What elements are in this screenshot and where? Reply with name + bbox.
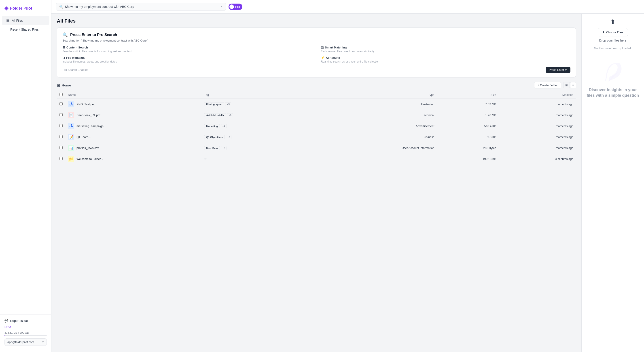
- row-modified-1: moments ago: [499, 110, 576, 121]
- table-row[interactable]: 📝 Q1 Team... Q1 Objectives+6 Business 9.…: [57, 132, 576, 143]
- row-size-5: 190.18 KB: [437, 154, 499, 164]
- file-icon-3: 📝: [68, 134, 74, 140]
- table-row[interactable]: 🏞 marketing+campaign. Marketing+4 Advert…: [57, 121, 576, 132]
- col-tag: Tag: [202, 91, 313, 99]
- search-clear-button[interactable]: ×: [220, 5, 222, 9]
- app-logo: ◈ Folder Pilot: [0, 3, 51, 16]
- choose-files-label: Choose Files: [606, 31, 623, 34]
- grid-view-button[interactable]: ⊞: [563, 82, 570, 88]
- table-row[interactable]: 📄 DeepSeek_R1.pdf Artificial Intellir+6 …: [57, 110, 576, 121]
- pro-toggle[interactable]: Pro: [228, 3, 242, 10]
- tag-badge-0: Photographer: [204, 102, 224, 106]
- files-icon: ▣: [6, 18, 10, 22]
- banner-features: ☰ Content Search Searches within file co…: [62, 46, 570, 63]
- file-icon-5: 📁: [68, 156, 74, 162]
- col-type: Type: [313, 91, 437, 99]
- row-name-1: 📄 DeepSeek_R1.pdf: [65, 110, 202, 121]
- choose-files-upload-icon: ⬆: [602, 31, 605, 34]
- row-name-4: 📊 profiles_rows.csv: [65, 143, 202, 154]
- file-icon-1: 📄: [68, 112, 74, 118]
- sidebar-item-all-files[interactable]: ▣ All Files: [2, 16, 50, 25]
- file-section: All Files 🔍 Press Enter to Pro Search Se…: [52, 14, 582, 352]
- feature-content-desc: Searches within file contents for matchi…: [62, 50, 312, 53]
- file-table: Name Tag Type Size Modified 🏞 PNG_Test.p…: [57, 91, 576, 164]
- tag-badge-2: Marketing: [204, 124, 220, 128]
- drop-text: Drop your files here: [599, 39, 626, 42]
- toggle-circle: [230, 4, 234, 9]
- feature-smart-title: ◫ Smart Matching: [321, 46, 570, 49]
- tag-plus-2: +4: [221, 124, 227, 128]
- search-input[interactable]: [65, 5, 219, 8]
- row-name-0: 🏞 PNG_Test.png: [65, 99, 202, 110]
- row-tag-3: Q1 Objectives+6: [202, 132, 313, 143]
- storage-section: 373.61 MB / 200 GB: [4, 331, 47, 336]
- feather-icon: [602, 61, 624, 84]
- select-all-checkbox[interactable]: [60, 93, 62, 96]
- app-name: Folder Pilot: [10, 6, 32, 11]
- row-modified-5: 3 minutes ago: [499, 154, 576, 164]
- row-type-0: Illustration: [313, 99, 437, 110]
- ai-results-icon: ⚡: [321, 56, 324, 59]
- tag-plus-3: +6: [226, 135, 232, 139]
- file-name-3: Q1 Team...: [76, 135, 90, 139]
- file-name-0: PNG_Test.png: [76, 103, 96, 106]
- tag-plus-4: +2: [221, 146, 227, 150]
- storage-text: 373.61 MB / 200 GB: [4, 331, 47, 334]
- row-checkbox-4[interactable]: [57, 143, 65, 154]
- row-checkbox-5[interactable]: [57, 154, 65, 164]
- row-type-5: [313, 154, 437, 164]
- row-tag-2: Marketing+4: [202, 121, 313, 132]
- create-folder-button[interactable]: + Create Folder: [534, 82, 561, 88]
- col-size: Size: [437, 91, 499, 99]
- row-size-4: 288 Bytes: [437, 143, 499, 154]
- content-area: All Files 🔍 Press Enter to Pro Search Se…: [52, 14, 644, 352]
- banner-subtitle: Searching for: "Show me my employment co…: [62, 39, 570, 42]
- table-row[interactable]: 📁 Welcome to Folder... ⇔ 190.18 KB 3 min…: [57, 154, 576, 164]
- row-tag-0: Photographer+5: [202, 99, 313, 110]
- row-size-2: 518.4 KB: [437, 121, 499, 132]
- smart-matching-icon: ◫: [321, 46, 324, 49]
- table-row[interactable]: 🏞 PNG_Test.png Photographer+5 Illustrati…: [57, 99, 576, 110]
- row-checkbox-1[interactable]: [57, 110, 65, 121]
- feature-file-metadata: ◻ File Metadata Includes file names, typ…: [62, 56, 312, 63]
- choose-files-button[interactable]: ⬆ Choose Files: [598, 28, 628, 36]
- row-checkbox-0[interactable]: [57, 99, 65, 110]
- table-header: Name Tag Type Size Modified: [57, 91, 576, 99]
- row-checkbox-3[interactable]: [57, 132, 65, 143]
- row-name-2: 🏞 marketing+campaign.: [65, 121, 202, 132]
- table-row[interactable]: 📊 profiles_rows.csv User Data+2 User Acc…: [57, 143, 576, 154]
- file-name-2: marketing+campaign.: [76, 124, 104, 128]
- row-name-5: 📁 Welcome to Folder...: [65, 154, 202, 164]
- feature-smart-matching: ◫ Smart Matching Finds related files bas…: [321, 46, 570, 53]
- press-enter-button[interactable]: Press Enter ↵: [546, 67, 570, 73]
- row-type-4: User Account Information: [313, 143, 437, 154]
- tag-badge-4: User Data: [204, 146, 220, 150]
- tag-plus-1: +6: [227, 113, 233, 117]
- chevron-down-icon: ▾: [42, 340, 44, 344]
- feature-metadata-title: ◻ File Metadata: [62, 56, 312, 59]
- pro-toggle-label: Pro: [235, 5, 240, 8]
- file-icon-2: 🏞: [68, 123, 74, 129]
- file-icon-4: 📊: [68, 145, 74, 151]
- view-toggle: ⊞ ≡: [563, 82, 576, 88]
- page-title: All Files: [57, 18, 576, 24]
- row-checkbox-2[interactable]: [57, 121, 65, 132]
- sidebar: ◈ Folder Pilot ▣ All Files ↑ Recent Shar…: [0, 0, 52, 352]
- file-icon-0: 🏞: [68, 101, 74, 107]
- report-label: Report Issue: [10, 319, 28, 323]
- sidebar-item-recent-label: Recent Shared Files: [10, 28, 39, 31]
- ai-icon-area: Discover insights in your files with a s…: [586, 61, 640, 98]
- account-selector[interactable]: app@folderpilot.com ▾: [4, 338, 47, 346]
- home-title: ▣ Home: [57, 83, 71, 87]
- row-type-2: Advertisement: [313, 121, 437, 132]
- row-size-3: 9.8 KB: [437, 132, 499, 143]
- upload-icon[interactable]: ⬆: [610, 18, 616, 25]
- report-issue-button[interactable]: 💬 Report Issue: [4, 317, 47, 324]
- search-box: 🔍 ×: [56, 3, 226, 11]
- right-panel: ⬆ ⬆ Choose Files Drop your files here No…: [582, 14, 644, 352]
- feature-ai-title: ⚡ AI Results: [321, 56, 570, 59]
- list-view-button[interactable]: ≡: [570, 82, 576, 88]
- sidebar-item-recent-shared[interactable]: ↑ Recent Shared Files: [2, 25, 50, 34]
- file-name-4: profiles_rows.csv: [76, 146, 99, 150]
- row-modified-2: moments ago: [499, 121, 576, 132]
